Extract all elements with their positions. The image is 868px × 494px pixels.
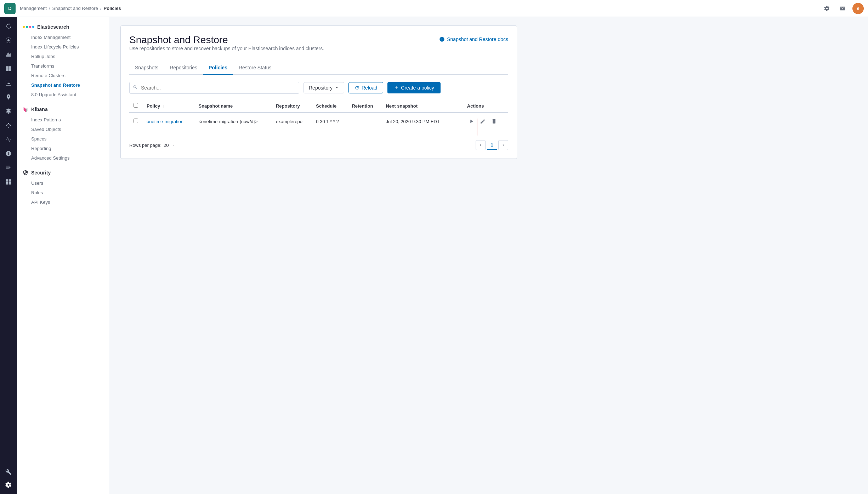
sidebar-icon-logs[interactable] [2, 161, 15, 174]
sidebar-item-users[interactable]: Users [17, 178, 109, 188]
svg-point-3 [6, 125, 7, 126]
sidebar-icon-dashboard[interactable] [2, 62, 15, 75]
top-nav: D Management / Snapshot and Restore / Po… [0, 0, 868, 17]
sidebar-item-roles[interactable]: Roles [17, 188, 109, 197]
sidebar-icon-management[interactable] [2, 478, 15, 491]
sidebar-item-upgrade-assistant[interactable]: 8.0 Upgrade Assistant [17, 90, 109, 99]
table-header-policy[interactable]: Policy ↑ [142, 99, 194, 113]
search-input[interactable] [129, 82, 299, 94]
tab-repositories[interactable]: Repositories [164, 61, 203, 75]
policies-table-wrapper: Policy ↑ Snapshot name Repository Schedu… [129, 99, 508, 130]
sidebar-icon-ml[interactable] [2, 105, 15, 117]
sidebar-icon-maps[interactable] [2, 91, 15, 103]
sidebar-icon-discover[interactable] [2, 34, 15, 47]
ml-icon [5, 108, 12, 114]
svg-line-8 [9, 124, 10, 125]
sidebar-item-remote-clusters[interactable]: Remote Clusters [17, 71, 109, 80]
table-header-snapshot-name: Snapshot name [194, 99, 271, 113]
es-dot-blue [32, 26, 34, 28]
sidebar-item-index-lifecycle[interactable]: Index Lifecycle Policies [17, 42, 109, 52]
left-sidebar: Elasticsearch Index Management Index Lif… [17, 17, 109, 494]
chevron-down-icon [335, 86, 339, 90]
sidebar-item-spaces[interactable]: Spaces [17, 134, 109, 144]
settings-nav-button[interactable] [821, 3, 833, 14]
tab-policies[interactable]: Policies [203, 61, 233, 75]
kibana-logo-icon [23, 107, 28, 112]
run-policy-button[interactable] [467, 117, 476, 126]
docs-link[interactable]: Snapshot and Restore docs [439, 36, 508, 42]
sidebar-item-advanced-settings[interactable]: Advanced Settings [17, 153, 109, 163]
sidebar-icon-uptime[interactable] [2, 133, 15, 146]
elasticsearch-logo [23, 26, 34, 28]
policy-name-link[interactable]: onetime-migration [147, 119, 183, 124]
security-section: Security Users Roles API Keys [17, 168, 109, 207]
sidebar-item-reporting[interactable]: Reporting [17, 144, 109, 153]
sidebar-icon-canvas[interactable] [2, 76, 15, 89]
sidebar-icon-visualize[interactable] [2, 48, 15, 61]
page-header: Snapshot and Restore Use repositories to… [129, 34, 508, 58]
plus-icon [394, 85, 399, 90]
sidebar-icon-recent[interactable] [2, 20, 15, 33]
clock-icon [5, 23, 12, 29]
mail-icon [840, 6, 845, 11]
apm-icon [5, 150, 12, 157]
snapshot-name-cell: <onetime-migration-{now/d}> [194, 113, 271, 130]
breadcrumb-snapshot-restore[interactable]: Snapshot and Restore [52, 6, 98, 11]
kibana-header: Kibana [17, 105, 109, 115]
schedule-cell: 0 30 1 * * ? [312, 113, 347, 130]
uptime-icon [5, 136, 12, 143]
reload-icon [354, 85, 359, 90]
table-row: onetime-migration <onetime-migration-{no… [129, 113, 508, 130]
user-avatar[interactable]: e [852, 3, 864, 14]
sidebar-item-snapshot-restore[interactable]: Snapshot and Restore [17, 80, 109, 90]
rows-per-page-label: Rows per page: [129, 143, 161, 148]
sidebar-item-saved-objects[interactable]: Saved Objects [17, 125, 109, 134]
sidebar-item-api-keys[interactable]: API Keys [17, 197, 109, 207]
reload-button[interactable]: Reload [348, 82, 383, 93]
breadcrumb: Management / Snapshot and Restore / Poli… [20, 6, 121, 11]
reload-label: Reload [362, 85, 377, 91]
page-number[interactable]: 1 [487, 140, 497, 150]
prev-page-button[interactable] [476, 140, 486, 150]
sidebar-item-index-management[interactable]: Index Management [17, 33, 109, 42]
sidebar-icon-infra[interactable] [2, 176, 15, 188]
sidebar-icon-apm[interactable] [2, 147, 15, 160]
breadcrumb-management[interactable]: Management [20, 6, 47, 11]
icon-sidebar-bottom [2, 466, 15, 494]
security-header: Security [17, 168, 109, 178]
delete-policy-button[interactable] [490, 117, 498, 126]
table-header-schedule: Schedule [312, 99, 347, 113]
svg-point-6 [8, 127, 9, 128]
table-header-actions-spacer [453, 99, 463, 113]
maps-icon [5, 94, 12, 100]
app-logo[interactable]: D [4, 3, 16, 14]
repository-filter-button[interactable]: Repository [303, 82, 344, 93]
sidebar-item-transforms[interactable]: Transforms [17, 61, 109, 71]
tab-snapshots[interactable]: Snapshots [129, 61, 164, 75]
management-gear-icon [5, 482, 12, 488]
sidebar-item-rollup-jobs[interactable]: Rollup Jobs [17, 52, 109, 61]
next-page-button[interactable] [498, 140, 508, 150]
edit-policy-button[interactable] [478, 117, 487, 126]
table-body: onetime-migration <onetime-migration-{no… [129, 113, 508, 130]
table-header-repository: Repository [272, 99, 312, 113]
page-title-group: Snapshot and Restore Use repositories to… [129, 34, 324, 58]
svg-line-7 [7, 124, 8, 125]
row-checkbox[interactable] [134, 119, 138, 123]
sidebar-icon-graph[interactable] [2, 119, 15, 132]
filter-label: Repository [309, 85, 333, 91]
sidebar-icon-devtools[interactable] [2, 466, 15, 478]
logs-icon [5, 165, 12, 171]
create-policy-button[interactable]: Create a policy [387, 82, 440, 93]
policies-table: Policy ↑ Snapshot name Repository Schedu… [129, 99, 508, 130]
svg-rect-14 [9, 182, 11, 185]
mail-nav-button[interactable] [837, 3, 848, 14]
tab-restore-status[interactable]: Restore Status [233, 61, 277, 75]
sidebar-item-index-patterns[interactable]: Index Patterns [17, 115, 109, 125]
docs-link-label: Snapshot and Restore docs [447, 36, 508, 42]
rows-per-page[interactable]: Rows per page: 20 [129, 143, 175, 148]
svg-rect-13 [6, 182, 8, 185]
toolbar: Repository Reload Create a policy [129, 82, 508, 94]
select-all-checkbox[interactable] [134, 103, 138, 108]
settings-icon [824, 6, 830, 11]
